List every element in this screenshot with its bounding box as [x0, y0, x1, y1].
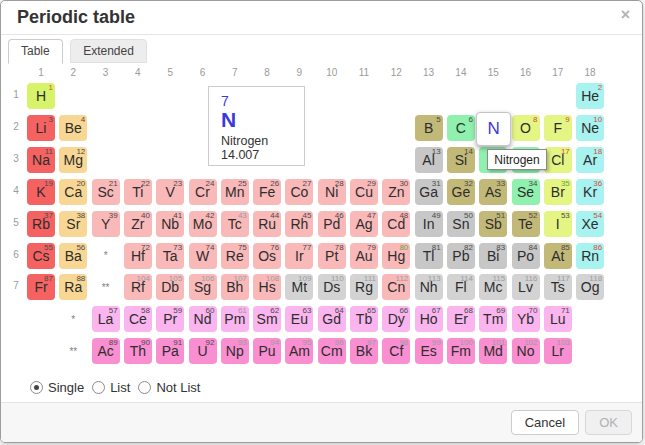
- element-cell-fm[interactable]: 100Fm: [447, 338, 475, 364]
- element-cell-pr[interactable]: 59Pr: [156, 306, 184, 332]
- element-cell-hg[interactable]: 80Hg: [382, 243, 410, 269]
- element-cell-sg[interactable]: 106Sg: [189, 274, 217, 300]
- element-cell-cf[interactable]: 98Cf: [382, 338, 410, 364]
- element-cell-pa[interactable]: 91Pa: [156, 338, 184, 364]
- element-cell-n[interactable]: N: [476, 112, 511, 146]
- element-cell-y[interactable]: 39Y: [92, 211, 120, 237]
- element-cell-w[interactable]: 74W: [189, 243, 217, 269]
- element-cell-ba[interactable]: 56Ba: [59, 243, 87, 269]
- element-cell-nh[interactable]: 113Nh: [415, 274, 443, 300]
- element-cell-pt[interactable]: 78Pt: [318, 243, 346, 269]
- element-cell-no[interactable]: 102No: [512, 338, 540, 364]
- radio-not-list-icon[interactable]: [138, 381, 151, 394]
- element-cell-lv[interactable]: 116Lv: [512, 274, 540, 300]
- element-cell-po[interactable]: 84Po: [512, 243, 540, 269]
- element-cell-ra[interactable]: 88Ra: [59, 274, 87, 300]
- element-cell-at[interactable]: 85At: [544, 243, 572, 269]
- element-cell-ru[interactable]: 44Ru: [253, 211, 281, 237]
- element-cell-fe[interactable]: 26Fe: [253, 179, 281, 205]
- element-cell-li[interactable]: 3Li: [27, 115, 55, 141]
- element-cell-fr[interactable]: 87Fr: [27, 274, 55, 300]
- cancel-button[interactable]: Cancel: [511, 410, 579, 435]
- element-cell-tm[interactable]: 69Tm: [479, 306, 507, 332]
- radio-single[interactable]: Single: [30, 380, 84, 395]
- element-cell-am[interactable]: 95Am: [285, 338, 313, 364]
- element-cell-o[interactable]: 8O: [512, 115, 540, 141]
- element-cell-br[interactable]: 35Br: [544, 179, 572, 205]
- element-cell-f[interactable]: 9F: [544, 115, 572, 141]
- element-cell-sr[interactable]: 38Sr: [59, 211, 87, 237]
- element-cell-sm[interactable]: 62Sm: [253, 306, 281, 332]
- element-cell-co[interactable]: 27Co: [285, 179, 313, 205]
- element-cell-cn[interactable]: 112Cn: [382, 274, 410, 300]
- element-cell-b[interactable]: 5B: [415, 115, 443, 141]
- element-cell-mn[interactable]: 25Mn: [221, 179, 249, 205]
- element-cell-te[interactable]: 52Te: [512, 211, 540, 237]
- radio-list[interactable]: List: [92, 380, 130, 395]
- element-cell-he[interactable]: 2He: [576, 83, 604, 109]
- element-cell-al[interactable]: 13Al: [415, 147, 443, 173]
- element-cell-hs[interactable]: 108Hs: [253, 274, 281, 300]
- element-cell-tb[interactable]: 65Tb: [350, 306, 378, 332]
- element-cell-bi[interactable]: 83Bi: [479, 243, 507, 269]
- element-cell-zn[interactable]: 30Zn: [382, 179, 410, 205]
- element-cell-au[interactable]: 79Au: [350, 243, 378, 269]
- element-cell-in[interactable]: 49In: [415, 211, 443, 237]
- radio-list-icon[interactable]: [92, 381, 105, 394]
- element-cell-la[interactable]: 57La: [92, 306, 120, 332]
- element-cell-as[interactable]: 33As: [479, 179, 507, 205]
- element-cell-pd[interactable]: 46Pd: [318, 211, 346, 237]
- element-cell-cm[interactable]: 96Cm: [318, 338, 346, 364]
- element-cell-cr[interactable]: 24Cr: [189, 179, 217, 205]
- element-cell-ac[interactable]: 89Ac: [92, 338, 120, 364]
- element-cell-v[interactable]: 23V: [156, 179, 184, 205]
- element-cell-c[interactable]: 6C: [447, 115, 475, 141]
- element-cell-i[interactable]: 53I: [544, 211, 572, 237]
- element-cell-sb[interactable]: 51Sb: [479, 211, 507, 237]
- element-cell-re[interactable]: 75Re: [221, 243, 249, 269]
- element-cell-mg[interactable]: 12Mg: [59, 147, 87, 173]
- element-cell-cs[interactable]: 55Cs: [27, 243, 55, 269]
- element-cell-md[interactable]: 101Md: [479, 338, 507, 364]
- element-cell-fl[interactable]: 114Fl: [447, 274, 475, 300]
- element-cell-pb[interactable]: 82Pb: [447, 243, 475, 269]
- element-cell-hf[interactable]: 72Hf: [124, 243, 152, 269]
- element-cell-og[interactable]: 118Og: [576, 274, 604, 300]
- element-cell-ts[interactable]: 117Ts: [544, 274, 572, 300]
- element-cell-ti[interactable]: 22Ti: [124, 179, 152, 205]
- element-cell-rf[interactable]: 104Rf: [124, 274, 152, 300]
- element-cell-lu[interactable]: 71Lu: [544, 306, 572, 332]
- element-cell-pu[interactable]: 94Pu: [253, 338, 281, 364]
- element-cell-se[interactable]: 34Se: [512, 179, 540, 205]
- element-cell-zr[interactable]: 40Zr: [124, 211, 152, 237]
- element-cell-es[interactable]: 99Es: [415, 338, 443, 364]
- element-cell-cu[interactable]: 29Cu: [350, 179, 378, 205]
- element-cell-sn[interactable]: 50Sn: [447, 211, 475, 237]
- element-cell-tc[interactable]: 43Tc: [221, 211, 249, 237]
- element-cell-k[interactable]: 19K: [27, 179, 55, 205]
- element-cell-mo[interactable]: 42Mo: [189, 211, 217, 237]
- element-cell-ne[interactable]: 10Ne: [576, 115, 604, 141]
- element-cell-er[interactable]: 68Er: [447, 306, 475, 332]
- element-cell-db[interactable]: 105Db: [156, 274, 184, 300]
- element-cell-bh[interactable]: 107Bh: [221, 274, 249, 300]
- element-cell-h[interactable]: 1H: [27, 83, 55, 109]
- element-cell-sc[interactable]: 21Sc: [92, 179, 120, 205]
- element-cell-be[interactable]: 4Be: [59, 115, 87, 141]
- element-cell-ir[interactable]: 77Ir: [285, 243, 313, 269]
- element-cell-gd[interactable]: 64Gd: [318, 306, 346, 332]
- element-cell-mc[interactable]: 115Mc: [479, 274, 507, 300]
- element-cell-ca[interactable]: 20Ca: [59, 179, 87, 205]
- element-cell-rb[interactable]: 37Rb: [27, 211, 55, 237]
- element-cell-dy[interactable]: 66Dy: [382, 306, 410, 332]
- element-cell-nb[interactable]: 41Nb: [156, 211, 184, 237]
- element-cell-ds[interactable]: 110Ds: [318, 274, 346, 300]
- element-cell-cl[interactable]: 17Cl: [544, 147, 572, 173]
- element-cell-th[interactable]: 90Th: [124, 338, 152, 364]
- element-cell-ge[interactable]: 32Ge: [447, 179, 475, 205]
- element-cell-kr[interactable]: 36Kr: [576, 179, 604, 205]
- element-cell-rn[interactable]: 86Rn: [576, 243, 604, 269]
- element-cell-eu[interactable]: 63Eu: [285, 306, 313, 332]
- element-cell-tl[interactable]: 81Tl: [415, 243, 443, 269]
- element-cell-ta[interactable]: 73Ta: [156, 243, 184, 269]
